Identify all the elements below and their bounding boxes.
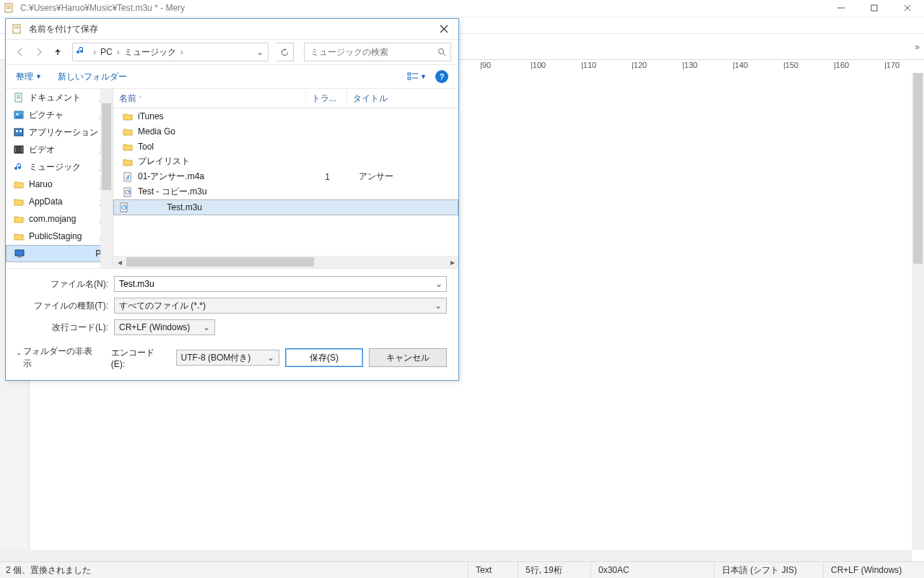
audio-icon bbox=[122, 171, 134, 183]
tree-item[interactable]: アプリケーション📌 bbox=[6, 124, 113, 141]
tree-scrollbar[interactable] bbox=[100, 89, 113, 268]
file-name: Test - コピー.m3u bbox=[138, 186, 304, 198]
editor-vertical-scrollbar[interactable] bbox=[912, 73, 924, 550]
address-breadcrumb[interactable]: › PC › ミュージック › ⌄ bbox=[72, 43, 269, 61]
file-name: Media Go bbox=[138, 126, 304, 137]
tree-item-label: アプリケーション bbox=[29, 126, 98, 139]
dialog-close-button[interactable] bbox=[430, 19, 458, 39]
status-eol[interactable]: CR+LF (Windows) bbox=[823, 562, 924, 578]
svg-rect-0 bbox=[5, 4, 12, 12]
pc-icon bbox=[14, 248, 25, 259]
vid-icon bbox=[13, 144, 25, 155]
status-encoding[interactable]: 日本語 (シフト JIS) bbox=[714, 562, 823, 578]
scrollbar-thumb[interactable] bbox=[126, 257, 314, 267]
chevron-down-icon: ⌄ bbox=[435, 301, 442, 311]
crumb-pc[interactable]: PC bbox=[97, 47, 116, 57]
toolbar-overflow-icon[interactable]: » bbox=[915, 42, 920, 52]
window-minimize-button[interactable] bbox=[824, 0, 858, 16]
tree-item[interactable]: ミュージック📌 bbox=[6, 158, 113, 176]
col-track[interactable]: トラ... bbox=[306, 89, 347, 108]
file-row[interactable]: Test - コピー.m3u bbox=[113, 184, 458, 199]
search-input[interactable] bbox=[309, 46, 437, 58]
cancel-button[interactable]: キャンセル bbox=[369, 348, 447, 367]
chevron-down-icon: ▼ bbox=[35, 73, 42, 80]
file-column-header[interactable]: 名前ˆ トラ... タイトル bbox=[113, 89, 458, 108]
encoding-select[interactable]: UTF-8 (BOM付き)⌄ bbox=[176, 350, 279, 366]
file-name: 01-アンサー.m4a bbox=[138, 171, 304, 183]
nav-forward-button[interactable] bbox=[32, 45, 46, 59]
tree-item[interactable]: ドキュメント📌 bbox=[6, 89, 113, 106]
chevron-right-icon: › bbox=[116, 47, 121, 57]
file-list[interactable]: iTunesMedia GoToolプレイリスト01-アンサー.m4a1アンサー… bbox=[113, 108, 458, 256]
dialog-icon bbox=[12, 23, 23, 35]
tree-item[interactable]: AppData📌 bbox=[6, 193, 113, 210]
app-icon bbox=[13, 126, 25, 138]
mus-icon bbox=[13, 161, 25, 173]
chevron-up-icon: ˆ bbox=[17, 353, 20, 363]
editor-horizontal-scrollbar[interactable] bbox=[0, 550, 912, 562]
file-hscrollbar[interactable]: ◂ ▸ bbox=[113, 256, 458, 268]
chevron-down-icon: ⌄ bbox=[267, 353, 274, 363]
dialog-command-bar: 整理▼ 新しいフォルダー ▼ ? bbox=[6, 65, 458, 89]
eol-select[interactable]: CR+LF (Windows)⌄ bbox=[114, 319, 215, 335]
tree-item[interactable]: Haruo📌 bbox=[6, 176, 113, 193]
fld-icon bbox=[13, 178, 25, 190]
tree-item[interactable]: com.mojang📌 bbox=[6, 210, 113, 228]
folder-tree[interactable]: ドキュメント📌ピクチャ📌アプリケーション📌ビデオ📌ミュージック📌Haruo📌Ap… bbox=[6, 89, 113, 268]
svg-point-8 bbox=[17, 113, 19, 116]
scrollbar-thumb[interactable] bbox=[102, 103, 111, 190]
svg-rect-15 bbox=[15, 250, 24, 256]
filename-input[interactable] bbox=[114, 276, 447, 292]
view-options-button[interactable]: ▼ bbox=[407, 72, 427, 82]
search-icon bbox=[437, 48, 446, 56]
tree-item[interactable]: ピクチャ📌 bbox=[6, 106, 113, 124]
window-close-button[interactable] bbox=[891, 0, 924, 16]
organize-menu[interactable]: 整理▼ bbox=[16, 71, 42, 83]
scrollbar-thumb[interactable] bbox=[913, 73, 923, 264]
window-maximize-button[interactable] bbox=[858, 0, 891, 16]
save-button[interactable]: 保存(S) bbox=[285, 348, 363, 367]
nav-up-button[interactable] bbox=[51, 45, 65, 59]
svg-rect-9 bbox=[14, 129, 23, 136]
filetype-select[interactable]: すべてのファイル (*.*)⌄ bbox=[114, 298, 447, 314]
file-row[interactable]: プレイリスト bbox=[113, 154, 458, 169]
nav-back-button[interactable] bbox=[13, 45, 27, 59]
m3u-icon bbox=[122, 186, 134, 198]
hide-folders-toggle[interactable]: ˆフォルダーの非表示 bbox=[17, 345, 100, 370]
svg-rect-4 bbox=[408, 73, 411, 75]
chevron-right-icon: › bbox=[92, 47, 97, 57]
help-button[interactable]: ? bbox=[435, 70, 448, 83]
file-name: Tool bbox=[138, 142, 304, 152]
fld-icon bbox=[13, 230, 25, 242]
svg-rect-6 bbox=[15, 93, 22, 102]
tree-item-label: ピクチャ bbox=[29, 109, 64, 121]
file-row[interactable]: Test.m3u bbox=[113, 199, 458, 215]
scroll-right-icon[interactable]: ▸ bbox=[446, 256, 458, 268]
status-mode: Text bbox=[468, 562, 518, 578]
filename-dropdown-icon[interactable]: ⌄ bbox=[435, 279, 443, 289]
file-row[interactable]: iTunes bbox=[113, 108, 458, 124]
tree-item[interactable]: ビデオ📌 bbox=[6, 141, 113, 158]
tree-item[interactable]: PublicStaging📌 bbox=[6, 228, 113, 245]
new-folder-button[interactable]: 新しいフォルダー bbox=[58, 71, 127, 83]
col-title[interactable]: タイトル bbox=[347, 89, 458, 108]
svg-rect-13 bbox=[15, 147, 16, 152]
nav-refresh-button[interactable] bbox=[276, 43, 294, 61]
file-row[interactable]: Tool bbox=[113, 139, 458, 154]
file-row[interactable]: Media Go bbox=[113, 124, 458, 139]
scroll-left-icon[interactable]: ◂ bbox=[113, 256, 126, 268]
status-message: 2 個、置換されました bbox=[0, 562, 468, 578]
tree-item-label: ミュージック bbox=[29, 161, 81, 173]
chevron-right-icon: › bbox=[179, 47, 185, 57]
tree-item[interactable]: PC bbox=[6, 245, 113, 262]
crumb-music[interactable]: ミュージック bbox=[121, 46, 179, 59]
folder-icon bbox=[122, 126, 134, 137]
app-title-text: C:¥Users¥Haruo¥Music¥Test.m3u * - Mery bbox=[20, 0, 185, 16]
col-name[interactable]: 名前ˆ bbox=[113, 89, 306, 108]
view-icon bbox=[407, 72, 419, 82]
svg-rect-1 bbox=[871, 5, 877, 11]
svg-rect-5 bbox=[408, 77, 411, 79]
dialog-search-box[interactable] bbox=[304, 43, 451, 61]
breadcrumb-dropdown-icon[interactable]: ⌄ bbox=[252, 47, 268, 57]
file-row[interactable]: 01-アンサー.m4a1アンサー bbox=[113, 169, 458, 184]
